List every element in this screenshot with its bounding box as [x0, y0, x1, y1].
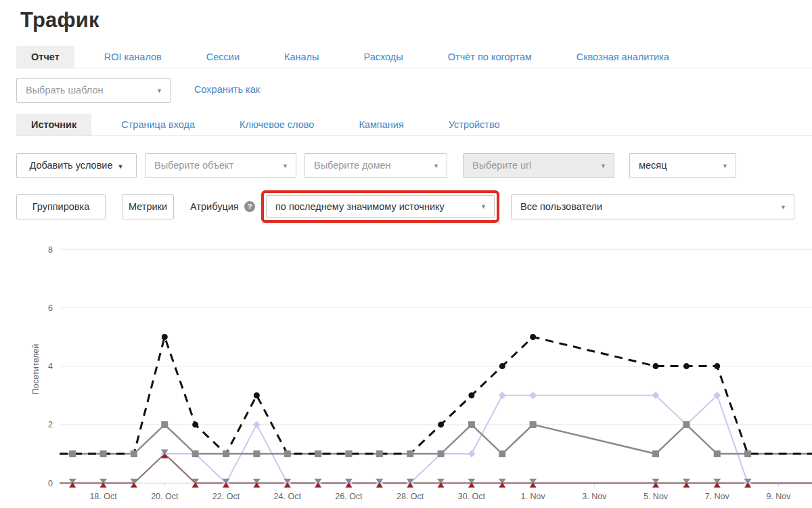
page-title: Трафик	[20, 8, 99, 33]
chart-gridlines	[60, 249, 812, 425]
dimension-tab-3[interactable]: Кампания	[344, 114, 418, 135]
svg-text:2: 2	[48, 420, 53, 429]
chart-series-gray-solid	[60, 425, 812, 454]
help-icon[interactable]: ?	[244, 201, 255, 212]
chevron-down-icon: ▼	[282, 154, 288, 178]
svg-text:30. Oct: 30. Oct	[458, 492, 486, 501]
attribution-highlight-box: по последнему значимому источнику ▼	[261, 190, 499, 223]
chevron-down-icon: ▼	[722, 154, 728, 178]
main-tab-0[interactable]: Отчет	[16, 46, 74, 68]
url-select-placeholder: Выберите url	[464, 154, 531, 177]
object-select[interactable]: Выберите объект ▼	[145, 153, 296, 178]
chevron-down-icon: ▼	[780, 196, 786, 219]
url-select: Выберите url ▼	[463, 153, 614, 178]
svg-text:26. Oct: 26. Oct	[335, 492, 363, 501]
save-as-link[interactable]: Сохранить как	[194, 84, 260, 95]
svg-text:6: 6	[48, 303, 53, 313]
svg-text:1. Nov: 1. Nov	[521, 492, 546, 501]
chevron-down-icon: ▼	[156, 79, 162, 103]
svg-text:4: 4	[48, 362, 53, 371]
add-condition-button[interactable]: Добавить условие▼	[16, 153, 137, 178]
audience-select-value: Все пользователи	[512, 195, 602, 219]
svg-text:3. Nov: 3. Nov	[582, 492, 607, 501]
dimension-tab-0[interactable]: Источник	[16, 114, 91, 135]
traffic-chart: 02468Посетителей18. Oct20. Oct22. Oct24.…	[0, 237, 812, 508]
period-select-value: месяц	[630, 154, 667, 177]
object-select-placeholder: Выберите объект	[145, 154, 233, 177]
metrics-button[interactable]: Метрики	[122, 194, 174, 219]
template-select-value: Выбрать шаблон	[17, 79, 103, 102]
period-select[interactable]: месяц ▼	[629, 153, 736, 178]
grouping-button[interactable]: Группировка	[16, 194, 106, 219]
attribution-label: Атрибуция	[190, 194, 239, 219]
svg-text:5. Nov: 5. Nov	[644, 492, 669, 501]
svg-text:24. Oct: 24. Oct	[274, 492, 302, 501]
chart-series-lavender	[164, 396, 812, 483]
chart-y-axis-title-group: Посетителей	[31, 344, 41, 395]
dimension-tabs: ИсточникСтраница входаКлючевое словоКамп…	[16, 114, 530, 135]
chart-series-lavender-line	[164, 396, 812, 483]
main-tab-5[interactable]: Отчёт по когортам	[433, 46, 547, 68]
template-select[interactable]: Выбрать шаблон ▼	[16, 78, 171, 103]
main-tab-3[interactable]: Каналы	[269, 46, 334, 68]
svg-text:0: 0	[48, 479, 53, 488]
main-tab-1[interactable]: ROI каналов	[89, 46, 177, 68]
main-tab-4[interactable]: Расходы	[349, 46, 418, 68]
main-tabs: ОтчетROI каналовСессииКаналыРасходыОтчёт…	[16, 46, 699, 68]
chevron-down-icon: ▼	[433, 154, 439, 178]
add-condition-label: Добавить условие	[30, 160, 113, 171]
svg-text:8: 8	[48, 245, 53, 255]
main-tab-2[interactable]: Сессии	[191, 46, 254, 68]
chevron-down-icon: ▼	[118, 163, 124, 170]
dimension-tab-2[interactable]: Ключевое слово	[225, 114, 329, 135]
svg-text:18. Oct: 18. Oct	[89, 492, 117, 501]
chart-x-axis-labels: 18. Oct20. Oct22. Oct24. Oct26. Oct28. O…	[89, 492, 791, 501]
svg-text:22. Oct: 22. Oct	[212, 492, 240, 501]
svg-text:20. Oct: 20. Oct	[151, 492, 179, 501]
attribution-select-value: по последнему значимому источнику	[267, 201, 445, 212]
chart-series-gray-solid-line	[60, 425, 812, 454]
main-tabs-divider	[16, 68, 812, 68]
domain-select[interactable]: Выберите домен ▼	[304, 153, 447, 178]
dimension-tab-4[interactable]: Устройство	[434, 114, 515, 135]
svg-text:9. Nov: 9. Nov	[766, 492, 791, 501]
audience-select[interactable]: Все пользователи ▼	[511, 194, 794, 219]
svg-text:7. Nov: 7. Nov	[705, 492, 730, 501]
domain-select-placeholder: Выберите домен	[305, 154, 391, 177]
dimension-tab-1[interactable]: Страница входа	[106, 114, 210, 135]
svg-text:28. Oct: 28. Oct	[397, 492, 424, 501]
chart-y-axis-title: Посетителей	[31, 344, 41, 395]
attribution-select[interactable]: по последнему значимому источнику ▼	[266, 195, 495, 218]
chevron-down-icon: ▼	[480, 196, 487, 217]
dimension-tabs-divider	[16, 135, 812, 136]
chevron-down-icon: ▼	[600, 154, 606, 178]
main-tab-6[interactable]: Сквозная аналитика	[562, 46, 684, 68]
traffic-report-page: Трафик ОтчетROI каналовСессииКаналыРасхо…	[0, 0, 812, 508]
chart-y-axis-labels: 02468	[48, 245, 53, 488]
